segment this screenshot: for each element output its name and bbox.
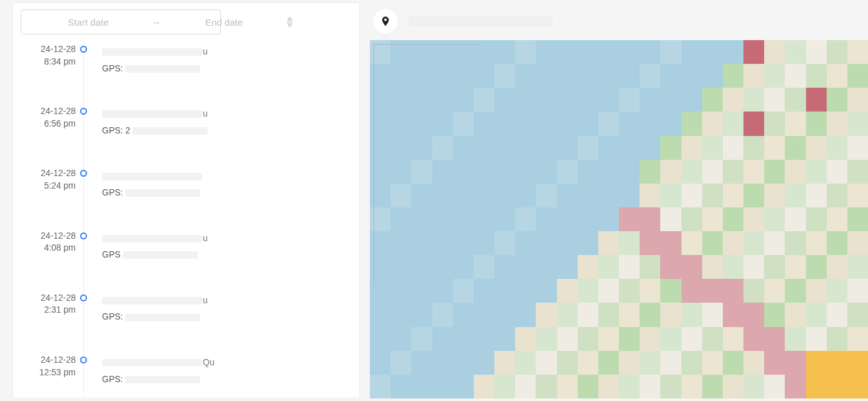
entry-body: QuGPS: <box>102 354 352 387</box>
timeline: 24-12-288:34 pmuGPS: 24-12-286:56 pmuGPS… <box>21 43 352 398</box>
entry-title-tail: u <box>203 233 208 243</box>
gps-label: GPS <box>102 249 123 259</box>
entry-date: 24-12-28 <box>21 292 76 305</box>
clear-dates-icon[interactable]: ✕ <box>287 17 292 27</box>
timeline-entry[interactable]: 24-12-284:08 pmuGPS <box>83 230 352 292</box>
entry-title-tail: Qu <box>203 357 215 367</box>
gps-label: GPS: <box>102 374 125 384</box>
redacted-text <box>125 376 200 383</box>
entry-date: 24-12-28 <box>21 230 76 242</box>
redacted-text <box>102 173 202 180</box>
entry-timestamp: 24-12-2812:53 pm <box>21 354 76 378</box>
start-date-input[interactable] <box>29 17 148 28</box>
app-root: → ✕ 24-12-288:34 pmuGPS: 24-12-286:56 pm… <box>0 0 868 401</box>
gps-label: GPS: 2 <box>102 125 133 135</box>
entry-title: Qu <box>102 354 352 371</box>
redacted-text <box>102 359 202 367</box>
redacted-text <box>102 48 202 56</box>
entry-body: uGPS: 2 <box>102 105 352 138</box>
date-range-picker[interactable]: → ✕ <box>21 9 221 34</box>
entry-date: 24-12-28 <box>21 354 76 367</box>
entry-gps-line: GPS: 2 <box>102 122 352 139</box>
timeline-entry[interactable]: 24-12-285:24 pmGPS: <box>83 167 352 229</box>
entry-time: 2:31 pm <box>21 304 76 316</box>
entry-gps-line: GPS: <box>102 184 352 201</box>
redacted-text <box>102 235 202 242</box>
entry-body: uGPS: <box>102 43 352 76</box>
timeline-dot-icon <box>80 108 87 115</box>
redacted-text <box>102 297 202 305</box>
entry-title: u <box>102 230 352 247</box>
entry-date: 24-12-28 <box>21 43 76 56</box>
map-canvas[interactable] <box>370 40 868 398</box>
entry-timestamp: 24-12-288:34 pm <box>21 43 76 68</box>
gps-label: GPS: <box>102 187 125 197</box>
entry-timestamp: 24-12-285:24 pm <box>21 167 76 192</box>
gps-label: GPS: <box>102 63 125 73</box>
entry-title: u <box>102 43 352 60</box>
entry-title-tail: u <box>203 46 208 56</box>
entry-time: 5:24 pm <box>21 180 76 192</box>
entry-timestamp: 24-12-282:31 pm <box>21 292 76 316</box>
timeline-dot-icon <box>80 46 87 53</box>
date-range-arrow-icon: → <box>148 17 165 28</box>
timeline-entry[interactable]: 24-12-282:31 pmuGPS: <box>83 292 352 354</box>
entry-title: u <box>102 292 352 309</box>
redacted-text <box>125 314 200 321</box>
redacted-text <box>125 65 200 73</box>
entry-body: uGPS: <box>102 292 352 325</box>
gps-label: GPS: <box>102 311 125 321</box>
entry-timestamp: 24-12-284:08 pm <box>21 230 76 254</box>
entry-date: 24-12-28 <box>21 105 76 118</box>
entry-title <box>102 167 352 184</box>
entry-date: 24-12-28 <box>21 167 76 180</box>
timeline-entry[interactable]: 24-12-286:56 pmuGPS: 2 <box>83 105 352 167</box>
entry-gps-line: GPS <box>102 246 352 263</box>
entry-gps-line: GPS: <box>102 308 352 325</box>
entry-time: 12:53 pm <box>21 367 76 379</box>
timeline-panel: → ✕ 24-12-288:34 pmuGPS: 24-12-286:56 pm… <box>13 3 360 398</box>
entry-title-tail: u <box>203 108 208 118</box>
timeline-entry[interactable]: 24-12-288:34 pmuGPS: <box>83 43 352 105</box>
redacted-text <box>123 251 198 259</box>
timeline-scroll[interactable]: 24-12-288:34 pmuGPS: 24-12-286:56 pmuGPS… <box>13 43 359 398</box>
redacted-text <box>125 189 200 197</box>
entry-time: 4:08 pm <box>21 242 76 254</box>
end-date-input[interactable] <box>165 17 283 28</box>
map-title <box>409 16 553 27</box>
timeline-entry[interactable]: 24-12-2812:53 pmQuGPS: <box>83 354 352 398</box>
timeline-dot-icon <box>80 170 87 177</box>
map-panel <box>370 3 868 398</box>
entry-gps-line: GPS: <box>102 60 352 77</box>
map-mosaic <box>370 40 868 398</box>
entry-body: GPS: <box>102 167 352 200</box>
timeline-dot-icon <box>80 232 87 239</box>
entry-gps-line: GPS: <box>102 371 352 388</box>
entry-time: 6:56 pm <box>21 118 76 130</box>
location-pin-badge <box>372 8 399 34</box>
location-pin-icon <box>380 14 391 28</box>
timeline-dot-icon <box>80 294 87 301</box>
redacted-text <box>133 127 208 135</box>
timeline-dot-icon <box>80 357 87 363</box>
entry-timestamp: 24-12-286:56 pm <box>21 105 76 130</box>
map-header <box>370 3 868 40</box>
entry-title: u <box>102 105 352 122</box>
redacted-text <box>102 110 202 118</box>
entry-title-tail: u <box>203 295 208 305</box>
entry-time: 8:34 pm <box>21 56 76 68</box>
entry-body: uGPS <box>102 230 352 263</box>
